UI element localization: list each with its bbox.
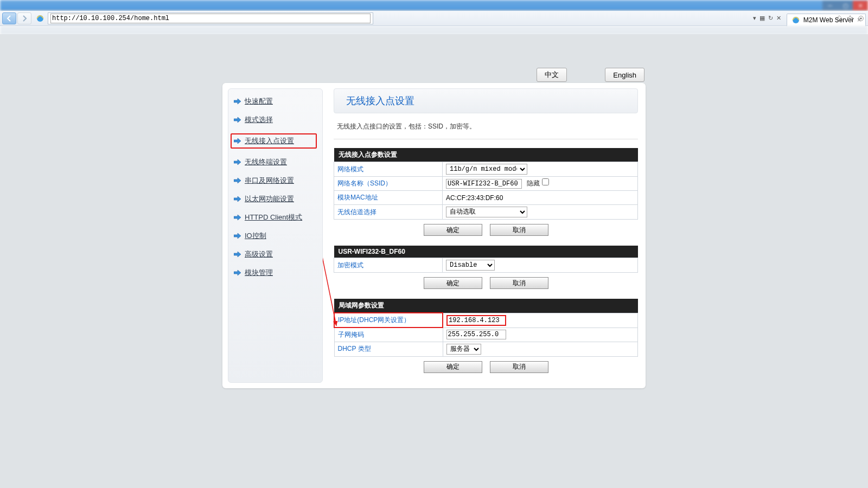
sidebar-item-3[interactable]: 无线终端设置 [234,157,317,167]
sidebar-item-5[interactable]: 以太网功能设置 [234,194,317,204]
compat-icon[interactable]: ▦ [760,15,765,22]
lan-settings-table: 局域网参数设置 IP地址(DHCP网关设置） 子网掩码 DHCP 类型 服务器 [334,299,638,357]
os-titlebar-blurred: ─ ▢ ✕ [0,0,868,11]
dhcp-type-label: DHCP 类型 [334,342,443,356]
ssid-label: 网络名称（SSID） [334,177,443,191]
arrow-right-icon [234,138,241,144]
hide-ssid-checkbox[interactable] [542,178,549,185]
addressbar-icons: ▾ ▦ ↻ ✕ [753,15,784,22]
sidebar-link[interactable]: IO控制 [245,231,266,241]
arrow-right-icon [234,159,241,165]
sidebar-link[interactable]: 模式选择 [245,115,273,125]
page-background: 中文 English 快速配置模式选择无线接入点设置无线终端设置串口及网络设置以… [0,34,868,488]
sidebar-link[interactable]: 模块管理 [245,268,273,278]
ip-label: IP地址(DHCP网关设置） [334,313,443,328]
sidebar-item-7[interactable]: IO控制 [234,231,317,241]
lan-ok-button[interactable]: 确定 [424,361,482,373]
arrow-right-icon [234,196,241,202]
hide-ssid-label: 隐藏 [527,179,540,187]
mac-label: 模块MAC地址 [334,191,443,205]
svg-point-0 [37,15,43,22]
arrow-right-icon [234,269,241,276]
arrow-right-icon [234,233,241,239]
channel-label: 无线信道选择 [334,205,443,220]
lang-chinese-button[interactable]: 中文 [537,68,567,82]
arrow-right-icon [234,251,241,258]
dhcp-type-select[interactable]: 服务器 [446,344,481,355]
home-icon[interactable] [835,15,843,22]
browser-toolbar: ▾ ▦ ↻ ✕ M2M Web Server × [0,11,868,26]
favorites-icon[interactable] [846,15,854,22]
main-panel: 无线接入点设置 无线接入点接口的设置，包括：SSID，加密等。 无线接入点参数设… [334,88,640,383]
sec-cancel-button[interactable]: 取消 [490,277,548,289]
sidebar-item-2[interactable]: 无线接入点设置 [231,133,317,149]
divider [334,139,638,139]
stop-icon[interactable]: ✕ [776,15,781,22]
sec-ok-button[interactable]: 确定 [424,277,482,289]
sidebar-link[interactable]: 串口及网络设置 [245,176,294,185]
back-button[interactable] [2,12,16,24]
bookmarks-bar-blurred [0,26,868,34]
dropdown-icon[interactable]: ▾ [753,15,756,22]
lan-settings-header: 局域网参数设置 [334,299,638,313]
minimize-button[interactable]: ─ [822,1,838,10]
sidebar-link[interactable]: 以太网功能设置 [245,194,294,204]
lang-english-button[interactable]: English [605,68,644,82]
app-container: 快速配置模式选择无线接入点设置无线终端设置串口及网络设置以太网功能设置HTTPD… [222,83,646,388]
ap-settings-header: 无线接入点参数设置 [334,148,638,162]
tools-icon[interactable] [857,15,865,22]
network-mode-label: 网络模式 [334,162,443,177]
ap-settings-table: 无线接入点参数设置 网络模式 11b/g/n mixed mode 网络名称（S… [334,148,638,220]
svg-point-1 [793,17,799,23]
mac-value: AC:CF:23:43:DF:60 [443,191,638,205]
lan-cancel-button[interactable]: 取消 [490,361,548,373]
sidebar-item-6[interactable]: HTTPD Client模式 [234,213,317,222]
security-table: USR-WIFI232-B_DF60 加密模式 Disable [334,246,638,273]
sidebar-item-1[interactable]: 模式选择 [234,115,317,125]
ssid-input[interactable] [446,179,522,189]
page-description: 无线接入点接口的设置，包括：SSID，加密等。 [334,113,638,137]
ap-cancel-button[interactable]: 取消 [490,224,548,236]
ie-icon [792,16,800,24]
encryption-select[interactable]: Disable [446,260,495,271]
ip-input[interactable] [446,315,506,326]
sidebar-item-8[interactable]: 高级设置 [234,249,317,259]
mask-label: 子网掩码 [334,328,443,342]
encryption-label: 加密模式 [334,258,443,273]
security-header: USR-WIFI232-B_DF60 [334,246,638,258]
arrow-right-icon [234,214,241,221]
sidebar-item-4[interactable]: 串口及网络设置 [234,176,317,185]
sidebar-link[interactable]: 高级设置 [245,249,273,259]
arrow-right-icon [234,98,241,105]
arrow-right-icon [234,177,241,184]
sidebar-item-0[interactable]: 快速配置 [234,97,317,106]
network-mode-select[interactable]: 11b/g/n mixed mode [446,164,527,175]
page-title: 无线接入点设置 [334,88,638,113]
channel-select[interactable]: 自动选取 [446,207,527,217]
forward-button[interactable] [17,12,31,24]
sidebar-item-9[interactable]: 模块管理 [234,268,317,278]
sidebar-link[interactable]: 快速配置 [245,97,273,106]
address-bar[interactable] [48,12,373,24]
mask-input[interactable] [446,330,506,339]
ap-ok-button[interactable]: 确定 [424,224,482,236]
ie-icon [36,14,44,23]
maximize-button[interactable]: ▢ [838,1,853,10]
url-input[interactable] [50,14,371,23]
refresh-icon[interactable]: ↻ [768,15,773,22]
svg-point-3 [860,18,862,20]
sidebar-link[interactable]: HTTPD Client模式 [245,213,302,222]
sidebar-link[interactable]: 无线终端设置 [245,157,287,167]
sidebar-link[interactable]: 无线接入点设置 [245,136,294,146]
close-button[interactable]: ✕ [853,1,868,10]
sidebar: 快速配置模式选择无线接入点设置无线终端设置串口及网络设置以太网功能设置HTTPD… [228,88,323,383]
arrow-right-icon [234,117,241,123]
